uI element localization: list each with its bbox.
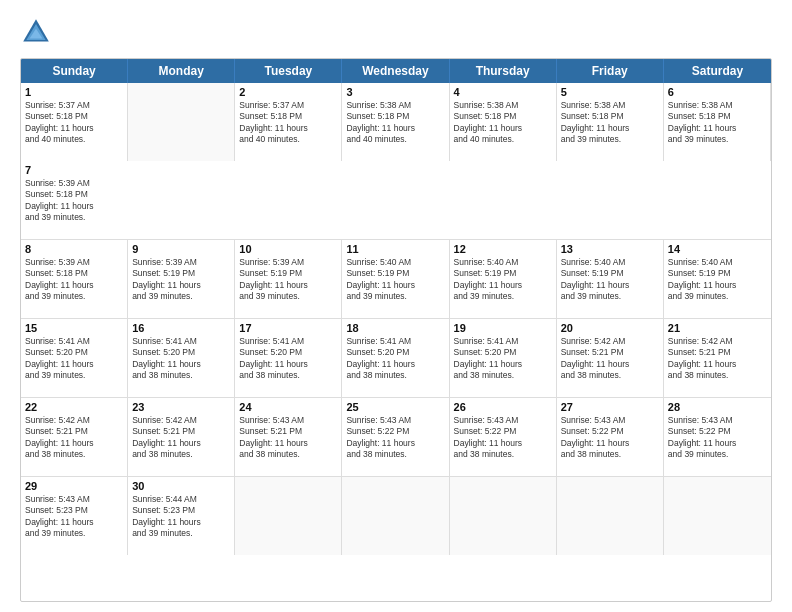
cal-cell-2: 2Sunrise: 5:37 AM Sunset: 5:18 PM Daylig… [235,83,342,161]
cell-info: Sunrise: 5:41 AM Sunset: 5:20 PM Dayligh… [346,336,444,382]
calendar-body: 1Sunrise: 5:37 AM Sunset: 5:18 PM Daylig… [21,83,771,555]
cal-cell-15: 15Sunrise: 5:41 AM Sunset: 5:20 PM Dayli… [21,319,128,397]
day-number: 11 [346,243,444,255]
cal-cell-22: 22Sunrise: 5:42 AM Sunset: 5:21 PM Dayli… [21,398,128,476]
day-number: 9 [132,243,230,255]
day-number: 16 [132,322,230,334]
cal-cell-4: 4Sunrise: 5:38 AM Sunset: 5:18 PM Daylig… [450,83,557,161]
day-number: 20 [561,322,659,334]
cell-info: Sunrise: 5:38 AM Sunset: 5:18 PM Dayligh… [561,100,659,146]
cal-cell-5: 5Sunrise: 5:38 AM Sunset: 5:18 PM Daylig… [557,83,664,161]
cal-cell-25: 25Sunrise: 5:43 AM Sunset: 5:22 PM Dayli… [342,398,449,476]
header-day-sunday: Sunday [21,59,128,83]
day-number: 6 [668,86,766,98]
day-number: 8 [25,243,123,255]
day-number: 21 [668,322,767,334]
day-number: 13 [561,243,659,255]
header-day-wednesday: Wednesday [342,59,449,83]
page: SundayMondayTuesdayWednesdayThursdayFrid… [0,0,792,612]
cell-info: Sunrise: 5:44 AM Sunset: 5:23 PM Dayligh… [132,494,230,540]
cal-cell-16: 16Sunrise: 5:41 AM Sunset: 5:20 PM Dayli… [128,319,235,397]
cal-week-1: 1Sunrise: 5:37 AM Sunset: 5:18 PM Daylig… [21,83,771,240]
cal-cell-empty-w4-6 [664,477,771,555]
logo [20,16,58,48]
cal-cell-30: 30Sunrise: 5:44 AM Sunset: 5:23 PM Dayli… [128,477,235,555]
day-number: 29 [25,480,123,492]
day-number: 23 [132,401,230,413]
cell-info: Sunrise: 5:38 AM Sunset: 5:18 PM Dayligh… [454,100,552,146]
cal-week-4: 22Sunrise: 5:42 AM Sunset: 5:21 PM Dayli… [21,398,771,477]
cell-info: Sunrise: 5:42 AM Sunset: 5:21 PM Dayligh… [668,336,767,382]
day-number: 12 [454,243,552,255]
cal-cell-13: 13Sunrise: 5:40 AM Sunset: 5:19 PM Dayli… [557,240,664,318]
cell-info: Sunrise: 5:43 AM Sunset: 5:21 PM Dayligh… [239,415,337,461]
cell-info: Sunrise: 5:41 AM Sunset: 5:20 PM Dayligh… [132,336,230,382]
cal-cell-7: 7Sunrise: 5:39 AM Sunset: 5:18 PM Daylig… [21,161,128,239]
day-number: 1 [25,86,123,98]
cal-cell-empty-w4-4 [450,477,557,555]
day-number: 2 [239,86,337,98]
cal-cell-empty-w4-5 [557,477,664,555]
cell-info: Sunrise: 5:43 AM Sunset: 5:22 PM Dayligh… [668,415,767,461]
cell-info: Sunrise: 5:39 AM Sunset: 5:19 PM Dayligh… [132,257,230,303]
cell-info: Sunrise: 5:42 AM Sunset: 5:21 PM Dayligh… [561,336,659,382]
cal-cell-21: 21Sunrise: 5:42 AM Sunset: 5:21 PM Dayli… [664,319,771,397]
logo-icon [20,16,52,48]
day-number: 24 [239,401,337,413]
cal-cell-23: 23Sunrise: 5:42 AM Sunset: 5:21 PM Dayli… [128,398,235,476]
cell-info: Sunrise: 5:42 AM Sunset: 5:21 PM Dayligh… [25,415,123,461]
day-number: 5 [561,86,659,98]
day-number: 15 [25,322,123,334]
header-day-friday: Friday [557,59,664,83]
cal-cell-14: 14Sunrise: 5:40 AM Sunset: 5:19 PM Dayli… [664,240,771,318]
cell-info: Sunrise: 5:43 AM Sunset: 5:22 PM Dayligh… [561,415,659,461]
day-number: 19 [454,322,552,334]
cal-cell-17: 17Sunrise: 5:41 AM Sunset: 5:20 PM Dayli… [235,319,342,397]
cal-cell-1: 1Sunrise: 5:37 AM Sunset: 5:18 PM Daylig… [21,83,128,161]
cell-info: Sunrise: 5:39 AM Sunset: 5:19 PM Dayligh… [239,257,337,303]
day-number: 17 [239,322,337,334]
cal-cell-18: 18Sunrise: 5:41 AM Sunset: 5:20 PM Dayli… [342,319,449,397]
cal-cell-26: 26Sunrise: 5:43 AM Sunset: 5:22 PM Dayli… [450,398,557,476]
cal-cell-12: 12Sunrise: 5:40 AM Sunset: 5:19 PM Dayli… [450,240,557,318]
day-number: 14 [668,243,767,255]
day-number: 4 [454,86,552,98]
cell-info: Sunrise: 5:41 AM Sunset: 5:20 PM Dayligh… [25,336,123,382]
cal-cell-9: 9Sunrise: 5:39 AM Sunset: 5:19 PM Daylig… [128,240,235,318]
cell-info: Sunrise: 5:38 AM Sunset: 5:18 PM Dayligh… [346,100,444,146]
day-number: 28 [668,401,767,413]
cell-info: Sunrise: 5:37 AM Sunset: 5:18 PM Dayligh… [25,100,123,146]
cal-cell-27: 27Sunrise: 5:43 AM Sunset: 5:22 PM Dayli… [557,398,664,476]
calendar-header: SundayMondayTuesdayWednesdayThursdayFrid… [21,59,771,83]
header-day-tuesday: Tuesday [235,59,342,83]
cal-cell-10: 10Sunrise: 5:39 AM Sunset: 5:19 PM Dayli… [235,240,342,318]
cell-info: Sunrise: 5:43 AM Sunset: 5:23 PM Dayligh… [25,494,123,540]
cell-info: Sunrise: 5:40 AM Sunset: 5:19 PM Dayligh… [346,257,444,303]
cal-cell-6: 6Sunrise: 5:38 AM Sunset: 5:18 PM Daylig… [664,83,771,161]
cal-cell-20: 20Sunrise: 5:42 AM Sunset: 5:21 PM Dayli… [557,319,664,397]
day-number: 30 [132,480,230,492]
cal-cell-28: 28Sunrise: 5:43 AM Sunset: 5:22 PM Dayli… [664,398,771,476]
cell-info: Sunrise: 5:40 AM Sunset: 5:19 PM Dayligh… [668,257,767,303]
cell-info: Sunrise: 5:38 AM Sunset: 5:18 PM Dayligh… [668,100,766,146]
cal-cell-empty-w4-2 [235,477,342,555]
cell-info: Sunrise: 5:39 AM Sunset: 5:18 PM Dayligh… [25,257,123,303]
cal-cell-11: 11Sunrise: 5:40 AM Sunset: 5:19 PM Dayli… [342,240,449,318]
cell-info: Sunrise: 5:41 AM Sunset: 5:20 PM Dayligh… [239,336,337,382]
cal-cell-8: 8Sunrise: 5:39 AM Sunset: 5:18 PM Daylig… [21,240,128,318]
cell-info: Sunrise: 5:43 AM Sunset: 5:22 PM Dayligh… [454,415,552,461]
cell-info: Sunrise: 5:39 AM Sunset: 5:18 PM Dayligh… [25,178,124,224]
cell-info: Sunrise: 5:37 AM Sunset: 5:18 PM Dayligh… [239,100,337,146]
cal-cell-empty-w4-3 [342,477,449,555]
cell-info: Sunrise: 5:43 AM Sunset: 5:22 PM Dayligh… [346,415,444,461]
header [20,16,772,48]
day-number: 25 [346,401,444,413]
cal-cell-3: 3Sunrise: 5:38 AM Sunset: 5:18 PM Daylig… [342,83,449,161]
day-number: 18 [346,322,444,334]
cell-info: Sunrise: 5:40 AM Sunset: 5:19 PM Dayligh… [454,257,552,303]
day-number: 7 [25,164,124,176]
cal-week-2: 8Sunrise: 5:39 AM Sunset: 5:18 PM Daylig… [21,240,771,319]
day-number: 26 [454,401,552,413]
cal-cell-empty-0 [128,83,235,161]
cal-cell-24: 24Sunrise: 5:43 AM Sunset: 5:21 PM Dayli… [235,398,342,476]
